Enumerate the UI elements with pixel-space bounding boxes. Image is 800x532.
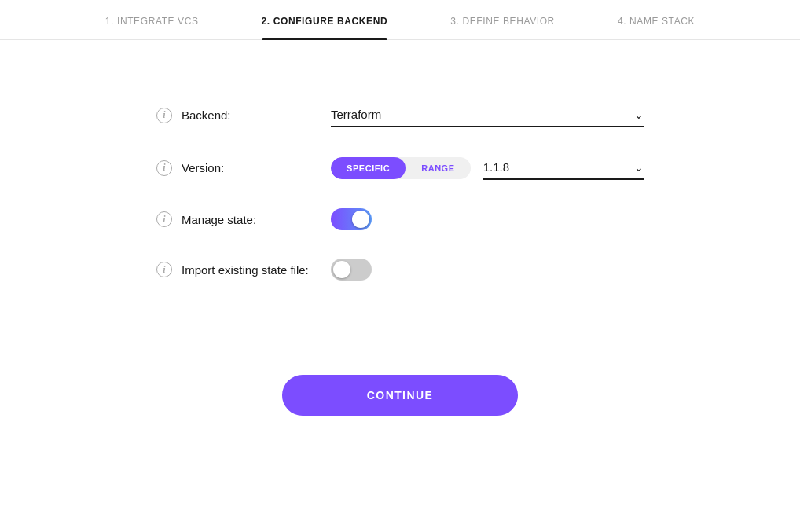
manage-state-row: i Manage state: bbox=[156, 208, 644, 230]
version-toggle-group: SPECIFIC RANGE bbox=[331, 157, 471, 179]
step-name-stack-label: 4. Name Stack bbox=[618, 16, 695, 27]
continue-button[interactable]: CONTINUE bbox=[282, 375, 518, 416]
main-content: i Backend: Terraform ⌄ i Version: SPECIF… bbox=[0, 40, 800, 447]
manage-state-label: Manage state: bbox=[182, 213, 331, 226]
step-configure-backend[interactable]: 2. Configure Backend bbox=[262, 16, 388, 39]
step-define-behavior-label: 3. Define Behavior bbox=[450, 16, 555, 27]
backend-chevron-icon: ⌄ bbox=[634, 108, 644, 121]
backend-select[interactable]: Terraform ⌄ bbox=[331, 103, 644, 127]
version-label: Version: bbox=[182, 161, 331, 174]
import-state-info-icon[interactable]: i bbox=[156, 262, 172, 277]
manage-state-info-icon[interactable]: i bbox=[156, 211, 172, 227]
specific-toggle-button[interactable]: SPECIFIC bbox=[331, 157, 406, 179]
version-info-icon[interactable]: i bbox=[156, 160, 172, 176]
stepper: 1. Integrate VCS 2. Configure Backend 3.… bbox=[0, 0, 800, 40]
step-integrate-vcs[interactable]: 1. Integrate VCS bbox=[105, 16, 199, 39]
step-name-stack[interactable]: 4. Name Stack bbox=[618, 16, 695, 39]
step-active-underline bbox=[262, 38, 388, 40]
import-state-label: Import existing state file: bbox=[182, 263, 331, 277]
step-define-behavior[interactable]: 3. Define Behavior bbox=[450, 16, 555, 39]
version-row: i Version: SPECIFIC RANGE 1.1.8 ⌄ bbox=[156, 156, 644, 180]
import-state-row: i Import existing state file: bbox=[156, 259, 644, 281]
backend-row: i Backend: Terraform ⌄ bbox=[156, 103, 644, 127]
continue-btn-wrapper: CONTINUE bbox=[156, 375, 644, 416]
version-control: SPECIFIC RANGE 1.1.8 ⌄ bbox=[331, 156, 644, 180]
backend-value: Terraform bbox=[331, 108, 634, 121]
backend-control: Terraform ⌄ bbox=[331, 103, 644, 127]
version-chevron-icon: ⌄ bbox=[634, 161, 644, 174]
backend-info-icon[interactable]: i bbox=[156, 108, 172, 123]
import-state-control bbox=[331, 259, 644, 281]
step-integrate-vcs-label: 1. Integrate VCS bbox=[105, 16, 199, 27]
manage-state-control bbox=[331, 208, 644, 230]
import-state-toggle[interactable] bbox=[331, 259, 372, 281]
version-value: 1.1.8 bbox=[483, 160, 634, 174]
backend-label: Backend: bbox=[182, 108, 331, 122]
manage-state-toggle[interactable] bbox=[331, 208, 372, 230]
form-container: i Backend: Terraform ⌄ i Version: SPECIF… bbox=[156, 103, 644, 416]
manage-state-toggle-knob bbox=[352, 211, 369, 228]
range-toggle-button[interactable]: RANGE bbox=[406, 157, 470, 179]
import-state-toggle-knob bbox=[333, 261, 350, 278]
step-configure-backend-label: 2. Configure Backend bbox=[262, 16, 388, 27]
version-select[interactable]: 1.1.8 ⌄ bbox=[483, 156, 644, 180]
